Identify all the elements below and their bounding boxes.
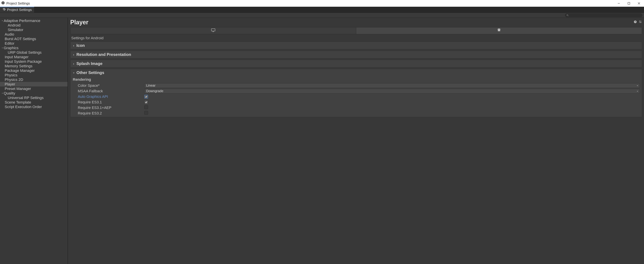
platform-tab-android[interactable] (356, 27, 642, 34)
preset-icon[interactable] (638, 20, 642, 24)
tab-project-settings[interactable]: Project Settings (0, 7, 34, 12)
sidebar-item-label: Simulator (8, 28, 23, 32)
chevron-down-icon (1, 47, 4, 49)
prop-label: Auto Graphics API (72, 94, 144, 99)
svg-text:?: ? (634, 21, 636, 23)
svg-point-16 (498, 29, 499, 29)
android-icon (497, 28, 501, 33)
prop-require-es31: Require ES3.1 (72, 99, 642, 105)
foldout-splash: Splash Image (70, 60, 642, 67)
chevron-down-icon (636, 89, 638, 93)
sidebar-item-label: Memory Settings (5, 64, 32, 68)
sidebar-item-physics[interactable]: Physics (0, 73, 68, 77)
sidebar-item-script-exec[interactable]: Script Execution Order (0, 105, 68, 109)
toolbar (0, 13, 644, 18)
prop-msaa-fallback: MSAA Fallback Downgrade (72, 88, 642, 94)
foldout-other-settings: Other Settings Rendering Color Space* Li… (70, 69, 642, 117)
settings-content: Player ? Settings for Android Icon (68, 18, 644, 264)
sidebar-item-adaptive-performance[interactable]: Adaptive Performance (0, 18, 68, 23)
require-es31-checkbox[interactable] (144, 100, 148, 104)
chevron-down-icon (636, 84, 638, 87)
sidebar-item-label: Editor (5, 41, 14, 46)
svg-rect-15 (498, 29, 500, 31)
sidebar-item-player[interactable]: Player (0, 82, 68, 86)
svg-point-4 (567, 14, 568, 15)
search-icon (566, 13, 569, 17)
msaa-fallback-dropdown[interactable]: Downgrade (144, 89, 640, 93)
sidebar-item-scene-template[interactable]: Scene Template (0, 100, 68, 105)
sidebar-item-label: Quality (4, 91, 15, 95)
sidebar-item-label: Scene Template (5, 100, 31, 105)
sidebar-item-quality[interactable]: Quality (0, 91, 68, 95)
sidebar-item-simulator[interactable]: Simulator (0, 27, 68, 32)
minimize-button[interactable] (614, 0, 624, 7)
prop-label: MSAA Fallback (72, 89, 144, 93)
maximize-button[interactable] (624, 0, 634, 7)
auto-graphics-api-checkbox[interactable] (144, 95, 148, 98)
foldout-header-icon[interactable]: Icon (70, 42, 642, 49)
chevron-right-icon (73, 43, 75, 48)
close-button[interactable] (634, 0, 644, 7)
help-icon[interactable]: ? (634, 20, 637, 24)
sidebar-item-preset[interactable]: Preset Manager (0, 86, 68, 91)
search-field[interactable] (565, 13, 642, 17)
foldout-label: Splash Image (76, 61, 102, 66)
foldout-label: Icon (76, 43, 85, 48)
sidebar-item-burst[interactable]: Burst AOT Settings (0, 36, 68, 41)
sidebar-item-label: Android (8, 23, 20, 27)
sidebar-item-package-manager[interactable]: Package Manager (0, 68, 68, 73)
monitor-icon (211, 28, 216, 33)
sidebar-item-label: URP Global Settings (8, 50, 42, 55)
foldout-icon: Icon (70, 42, 642, 49)
prop-label: Require ES3.2 (72, 111, 144, 115)
prop-require-es31aep: Require ES3.1+AEP (72, 105, 642, 110)
sidebar-item-label: Input System Package (5, 59, 42, 64)
sidebar-item-android[interactable]: Android (0, 23, 68, 27)
sidebar-item-label: Burst AOT Settings (5, 37, 36, 41)
sidebar-item-input-system[interactable]: Input System Package (0, 59, 68, 64)
foldout-label: Resolution and Presentation (76, 52, 131, 57)
page-title: Player (70, 19, 88, 26)
sidebar-item-label: Physics (5, 73, 18, 77)
require-es31aep-checkbox[interactable] (144, 105, 148, 109)
sidebar-item-input-manager[interactable]: Input Manager (0, 55, 68, 59)
foldout-header-other[interactable]: Other Settings (70, 69, 642, 76)
sidebar-item-label: Audio (5, 32, 14, 36)
foldout-label: Other Settings (76, 70, 104, 75)
dropdown-value: Linear (146, 84, 156, 87)
prop-label: Require ES3.1+AEP (72, 106, 144, 110)
dropdown-value: Downgrade (146, 89, 163, 93)
sidebar-item-graphics[interactable]: Graphics (0, 46, 68, 50)
sidebar-item-label: Player (5, 82, 15, 86)
sidebar-item-label: Adaptive Performance (4, 19, 40, 23)
require-es32-checkbox[interactable] (144, 111, 148, 115)
platform-subtitle: Settings for Android (71, 36, 642, 40)
svg-point-17 (499, 29, 500, 29)
platform-tab-standalone[interactable] (70, 27, 356, 34)
chevron-down-icon (73, 70, 75, 75)
sidebar-item-physics2d[interactable]: Physics 2D (0, 77, 68, 82)
platform-tabs (70, 27, 642, 34)
sidebar-item-label: Input Manager (5, 55, 28, 59)
sidebar-item-memory[interactable]: Memory Settings (0, 64, 68, 68)
color-space-dropdown[interactable]: Linear (144, 83, 640, 88)
sidebar-item-audio[interactable]: Audio (0, 32, 68, 36)
sidebar-item-urp[interactable]: URP Global Settings (0, 50, 68, 55)
window-title: Project Settings (6, 1, 30, 5)
chevron-right-icon (73, 52, 75, 57)
sidebar-item-label: Physics 2D (5, 77, 23, 82)
sidebar-item-label: Script Execution Order (5, 105, 42, 109)
foldout-header-splash[interactable]: Splash Image (70, 60, 642, 67)
foldout-header-resolution[interactable]: Resolution and Presentation (70, 51, 642, 58)
prop-auto-graphics-api: Auto Graphics API (72, 94, 642, 99)
sidebar-item-label: Universal RP Settings (8, 96, 44, 100)
sidebar-item-editor[interactable]: Editor (0, 41, 68, 46)
tab-strip: Project Settings (0, 7, 644, 13)
tab-label: Project Settings (7, 8, 32, 12)
search-input[interactable] (570, 14, 641, 17)
sidebar-item-label: Preset Manager (5, 87, 31, 91)
prop-label: Require ES3.1 (72, 100, 144, 104)
sidebar-item-universal-rp[interactable]: Universal RP Settings (0, 95, 68, 100)
settings-sidebar: Adaptive Performance Android Simulator A… (0, 18, 68, 264)
foldout-resolution: Resolution and Presentation (70, 51, 642, 58)
